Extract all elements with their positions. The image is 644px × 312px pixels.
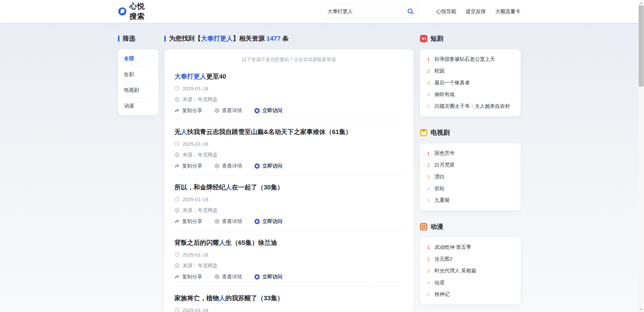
ranking-icon	[420, 223, 427, 230]
view-details-button[interactable]: 查看详情	[214, 274, 242, 280]
result-actions: 复制分享 查看详情 立即访问	[174, 163, 404, 169]
rank-number: 3	[427, 268, 431, 274]
visit-now-button[interactable]: 立即访问	[254, 107, 282, 114]
result-list: 大奉打更人更至40 2025-01-18 来源：夸克网盘 复制分享	[174, 65, 404, 312]
copy-share-label: 复制分享	[182, 218, 202, 225]
visit-now-button[interactable]: 立即访问	[254, 274, 282, 280]
filter-item-all[interactable]: 全部	[118, 51, 158, 66]
ranking-item[interactable]: 5 九重紫	[420, 194, 521, 206]
top-header: 心悦搜索 心悦导航 提交反馈 大额流量卡	[0, 0, 638, 23]
ranking-item[interactable]: 5 闪婚京圈太子爷：夫人她来自农村	[420, 100, 521, 112]
result-source-row: 来源：夸克网盘	[174, 262, 404, 269]
ranking-item[interactable]: 2 白月梵星	[420, 159, 521, 171]
filter-item-tv-series[interactable]: 电视剧	[118, 82, 158, 98]
filter-item-short-drama[interactable]: 短剧	[118, 66, 158, 82]
result-source-row: 来源：夸克网盘	[174, 207, 404, 214]
result-title[interactable]: 家族将亡，植物人的我苏醒了（33集）	[174, 294, 404, 303]
search-input[interactable]	[328, 9, 405, 14]
rank-title-text: 漂白	[435, 174, 445, 180]
ranking-card: 1 武动乾坤 第五季 2 沧元图2 3 时光代理人 英都篇 4 仙逆 5 牧神记	[420, 237, 521, 304]
clock-icon	[174, 307, 180, 312]
ranking-item[interactable]: 3 时光代理人 英都篇	[420, 265, 521, 277]
visit-now-label: 立即访问	[262, 107, 282, 114]
filter-item-anime[interactable]: 动漫	[118, 98, 158, 114]
visit-icon	[254, 163, 260, 169]
ranking-title: 动漫	[431, 222, 443, 231]
scrollbar[interactable]: ▲ ▼	[638, 0, 644, 312]
logo[interactable]: 心悦搜索	[118, 1, 151, 21]
search-button[interactable]	[405, 5, 417, 17]
ranking-title: 电视剧	[431, 128, 450, 137]
rank-number: 5	[427, 292, 431, 297]
copy-share-button[interactable]: 复制分享	[174, 218, 202, 225]
view-details-button[interactable]: 查看详情	[214, 107, 242, 114]
scrollbar-down-arrow[interactable]: ▼	[638, 307, 644, 312]
result-title[interactable]: 所以，和金牌经纪人在一起了（30集）	[174, 183, 404, 192]
filter-panel: 筛选 全部 短剧 电视剧 动漫	[118, 35, 158, 115]
ranking-item[interactable]: 4 仙逆	[420, 277, 521, 288]
eye-icon	[214, 274, 220, 279]
ranking-item[interactable]: 4 偷听有戏	[420, 89, 521, 100]
nav-link-dataplan[interactable]: 大额流量卡	[495, 8, 521, 15]
rank-number: 2	[427, 256, 431, 262]
result-source: 来源：夸克网盘	[182, 207, 218, 214]
ranking-item[interactable]: 3 最后一个修真者	[420, 77, 521, 89]
result-actions: 复制分享 查看详情 立即访问	[174, 218, 404, 225]
rank-number: 4	[427, 92, 431, 97]
page: 心悦搜索 心悦导航 提交反馈 大额流量卡	[0, 0, 638, 312]
ranking-item[interactable]: 5 牧神记	[420, 288, 521, 300]
view-details-button[interactable]: 查看详情	[214, 218, 242, 225]
copy-share-label: 复制分享	[182, 163, 202, 169]
ranking-item[interactable]: 2 蛇园	[420, 65, 521, 77]
visit-icon	[254, 108, 260, 114]
view-details-label: 查看详情	[222, 218, 242, 225]
ranking-item[interactable]: 4 驻站	[420, 183, 521, 194]
result-title[interactable]: 无人扶我青云志我自踏雪至山巅&名动天下之家事难休（61集）	[174, 128, 404, 136]
ranking-title: 短剧	[431, 34, 443, 43]
section-accent-bar	[164, 36, 166, 42]
rank-number: 1	[427, 56, 431, 62]
results-summary: 为您找到【大奉打更人】相关资源 1477 条	[169, 34, 289, 43]
rank-number: 5	[427, 197, 431, 203]
rank-title-text: 国色芳华	[435, 150, 455, 157]
globe-icon	[174, 97, 180, 102]
rank-number: 2	[427, 68, 431, 74]
view-details-button[interactable]: 查看详情	[214, 163, 242, 169]
search-box	[321, 4, 419, 19]
globe-icon	[174, 208, 180, 213]
results-keyword: 大奉打更人	[201, 35, 233, 42]
copy-share-button[interactable]: 复制分享	[174, 107, 202, 114]
result-title[interactable]: 背叛之后的闪耀人生（65集）徐兰迪	[174, 238, 404, 247]
ranking-item[interactable]: 2 沧元图2	[420, 253, 521, 265]
result-date: 2025-01-18	[182, 307, 208, 312]
nav-link-feedback[interactable]: 提交反馈	[466, 8, 486, 15]
view-details-label: 查看详情	[222, 163, 242, 169]
visit-now-button[interactable]: 立即访问	[254, 163, 282, 169]
share-icon	[174, 163, 180, 169]
result-actions: 复制分享 查看详情 立即访问	[174, 273, 404, 280]
scrollbar-up-arrow[interactable]: ▲	[638, 0, 644, 5]
result-item: 家族将亡，植物人的我苏醒了（33集） 2025-01-18 来源：夸克网盘 复制…	[174, 286, 404, 312]
refresh-resources-link[interactable]: 以下资源不是你想要的？点击尝试获取新资源	[174, 57, 404, 63]
rank-title-text: 闪婚京圈太子爷：夫人她来自农村	[435, 103, 510, 109]
results-panel: 为您找到【大奉打更人】相关资源 1477 条 以下资源不是你想要的？点击尝试获取…	[164, 35, 414, 312]
result-source-row: 来源：夸克网盘	[174, 96, 404, 103]
rank-number: 3	[427, 174, 431, 180]
visit-now-label: 立即访问	[262, 163, 282, 169]
logo-icon	[118, 5, 126, 17]
ranking-item[interactable]: 1 武动乾坤 第五季	[420, 241, 521, 253]
result-title[interactable]: 大奉打更人更至40	[174, 72, 404, 81]
ranking-item[interactable]: 3 漂白	[420, 171, 521, 183]
nav-link-navigation[interactable]: 心悦导航	[436, 8, 457, 15]
share-icon	[174, 219, 180, 224]
rank-number: 4	[427, 186, 431, 191]
ranking-item[interactable]: 1 国色芳华	[420, 147, 521, 159]
scrollbar-thumb[interactable]	[639, 5, 644, 87]
eye-icon	[214, 163, 220, 169]
visit-now-button[interactable]: 立即访问	[254, 218, 282, 225]
ranking-item[interactable]: 1 好孕甜妻被钻石老公宠上天	[420, 53, 521, 65]
rankings: 短剧 1 好孕甜妻被钻石老公宠上天 2 蛇园 3 最后一个修真者 4 偷听有戏 …	[420, 35, 521, 312]
copy-share-button[interactable]: 复制分享	[174, 163, 202, 169]
clock-icon	[174, 252, 180, 257]
copy-share-button[interactable]: 复制分享	[174, 274, 202, 280]
